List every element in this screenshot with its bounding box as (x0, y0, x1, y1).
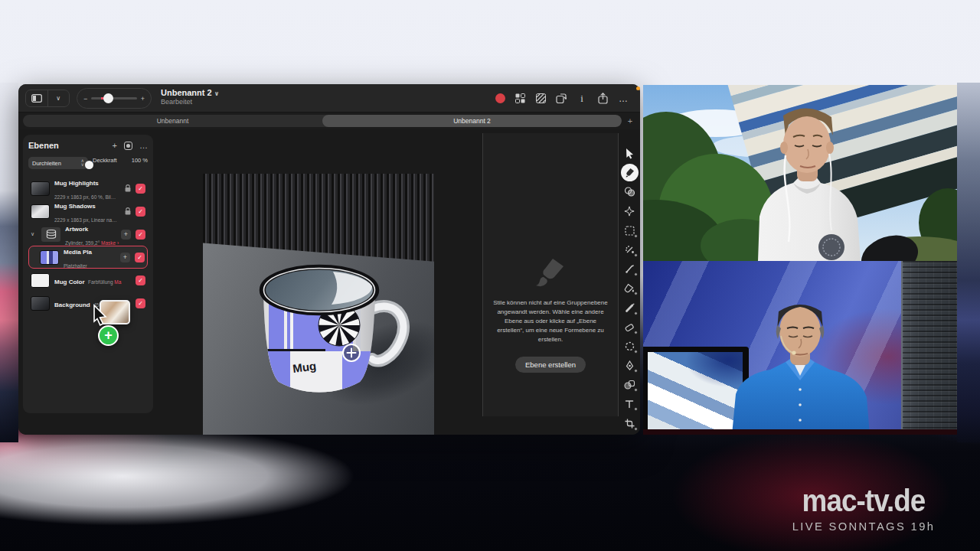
add-layer-button[interactable]: + (113, 141, 117, 150)
share-button[interactable] (596, 93, 609, 105)
layers-more-button[interactable]: … (139, 141, 148, 150)
host-bottom-person (732, 305, 870, 435)
layer-name: Media Pla (64, 249, 92, 256)
document-status: Bearbeitet (161, 98, 219, 106)
webcam-host-bottom (643, 261, 957, 435)
sidebar-toggle-group: ∨ (25, 90, 70, 107)
crop-tool[interactable] (623, 417, 636, 430)
pen-tool[interactable] (623, 262, 636, 276)
blend-mode-value: Durchleiten (32, 160, 61, 167)
layer-row-mug-shadows[interactable]: Mug Shadows 2229 x 1863 px, Linear na… ✓ (28, 200, 148, 223)
retouch-tool[interactable] (623, 359, 636, 372)
layer-visibility-checkbox[interactable]: ✓ (136, 276, 145, 285)
opacity-label: Deckkraft (93, 157, 117, 164)
layers-panel: Ebenen + … Durchleiten ∧∨ Deckkraft 100 … (23, 135, 153, 413)
paint-tool[interactable] (623, 302, 636, 315)
blend-mode-dropdown[interactable]: Durchleiten ∧∨ (28, 157, 88, 169)
view-options-button[interactable]: ∨ (48, 90, 70, 106)
toolbar-actions: i … (495, 84, 629, 112)
pixelmator-window: ∨ − + Unbenannt 2 ∨ Bearbeitet (18, 84, 640, 435)
layer-drop-target-badge[interactable] (339, 341, 364, 365)
studio-desk-edge (643, 429, 957, 435)
editor-content: Mug Ebenen + … (18, 129, 640, 435)
brand-title: mac-tv.de (779, 484, 949, 518)
window-toolbar: ∨ − + Unbenannt 2 ∨ Bearbeitet (18, 84, 640, 112)
layer-visibility-checkbox[interactable]: ✓ (136, 298, 145, 308)
layer-row-mug-color[interactable]: Mug Color Farbfüllung Ma ✓ (28, 269, 148, 292)
rotate-button[interactable] (555, 93, 567, 105)
erase-tool[interactable] (623, 321, 636, 334)
layers-panel-title: Ebenen (28, 141, 106, 150)
new-tab-button[interactable]: + (625, 116, 635, 126)
layer-row-artwork-group[interactable]: ∨ Artwork Zylinder, 359,2° Maske › + ✓ (28, 223, 148, 246)
tab-unbenannt-2[interactable]: Unbenannt 2 (322, 115, 622, 127)
layer-thumbnail (40, 250, 59, 265)
layer-name: Background (54, 302, 90, 308)
channel-branding: mac-tv.de LIVE SONNTAGS 19h (772, 484, 956, 533)
zoom-out-icon[interactable]: − (83, 95, 87, 103)
document-title-block[interactable]: Unbenannt 2 ∨ Bearbeitet (161, 88, 219, 106)
opacity-value: 100 % (132, 157, 148, 164)
create-layer-button[interactable]: Ebene erstellen (515, 357, 586, 373)
layer-visibility-checkbox[interactable]: ✓ (136, 207, 145, 217)
selection-tool[interactable] (623, 224, 636, 237)
layer-name: Mug Shadows (54, 203, 96, 210)
layout-grid-button[interactable] (514, 93, 526, 105)
layer-row-mug-highlights[interactable]: Mug Highlights 2229 x 1863 px, 60 %, Bil… (28, 177, 148, 200)
color-adjustments-tool[interactable] (623, 185, 636, 198)
mouse-cursor (92, 304, 109, 327)
sidebar-toggle-button[interactable] (26, 90, 47, 106)
styles-message: Stile können nicht auf eine Gruppenebene… (491, 298, 610, 344)
title-chevron-icon[interactable]: ∨ (214, 90, 220, 97)
webcam-bottom-scene (643, 261, 957, 435)
fill-tool[interactable] (623, 282, 636, 295)
layer-mask-link[interactable]: Ma (114, 279, 121, 285)
quick-selection-tool[interactable] (623, 243, 636, 256)
opacity-slider-knob[interactable] (85, 161, 93, 169)
zoom-slider-knob[interactable] (103, 93, 113, 103)
layer-thumbnail (31, 204, 50, 219)
tools-sidebar (619, 133, 640, 435)
layer-visibility-checkbox[interactable]: ✓ (136, 184, 145, 194)
tab-unbenannt[interactable]: Unbenannt (23, 115, 322, 127)
group-add-button[interactable]: + (121, 230, 131, 240)
move-tool[interactable] (623, 147, 636, 160)
layer-info: Farbfüllung (88, 279, 113, 285)
info-button[interactable]: i (576, 93, 588, 105)
background-right-streaks (957, 83, 980, 442)
more-button[interactable]: … (617, 93, 629, 105)
mask-button[interactable] (124, 142, 132, 150)
clone-tool[interactable] (623, 340, 636, 353)
webcam-top-scene (643, 85, 957, 261)
opacity-control: Deckkraft 100 % (93, 157, 148, 164)
layer-info: Platzhalter (64, 263, 87, 269)
styles-panel: Stile können nicht auf eine Gruppenebene… (482, 133, 619, 416)
effects-tool[interactable] (623, 205, 636, 218)
layer-thumbnail (31, 296, 50, 311)
lock-icon[interactable] (125, 207, 131, 215)
layer-row-media-placeholder[interactable]: Media Pla Platzhalter + ✓ (28, 246, 148, 269)
zoom-slider-track[interactable] (91, 97, 136, 99)
lock-icon[interactable] (125, 184, 131, 192)
cylinder-group-icon (46, 230, 57, 239)
style-tool[interactable] (621, 164, 639, 181)
layer-add-button[interactable]: + (120, 253, 130, 262)
layer-visibility-checkbox[interactable]: ✓ (136, 230, 145, 240)
webcam-host-top (643, 85, 957, 261)
document-tabs: Unbenannt Unbenannt 2 (23, 115, 622, 127)
pattern-button[interactable] (534, 93, 547, 105)
shapes-tool[interactable] (623, 378, 636, 391)
color-swatch-button[interactable] (495, 93, 505, 103)
group-expand-chevron[interactable]: ∨ (31, 231, 37, 237)
layer-name: Mug Highlights (54, 180, 99, 187)
style-brush-icon (533, 256, 568, 288)
layer-visibility-checkbox[interactable]: ✓ (135, 253, 145, 262)
canvas-image[interactable]: Mug (203, 174, 434, 435)
brand-tagline: LIVE SONNTAGS 19h (776, 520, 951, 533)
zoom-in-icon[interactable]: + (141, 95, 145, 103)
layer-name: Artwork (65, 226, 88, 233)
tab-bar: Unbenannt Unbenannt 2 + (18, 112, 640, 129)
drop-add-badge: + (98, 325, 119, 346)
zoom-slider-control[interactable]: − + (77, 88, 152, 109)
type-tool[interactable] (623, 397, 636, 410)
